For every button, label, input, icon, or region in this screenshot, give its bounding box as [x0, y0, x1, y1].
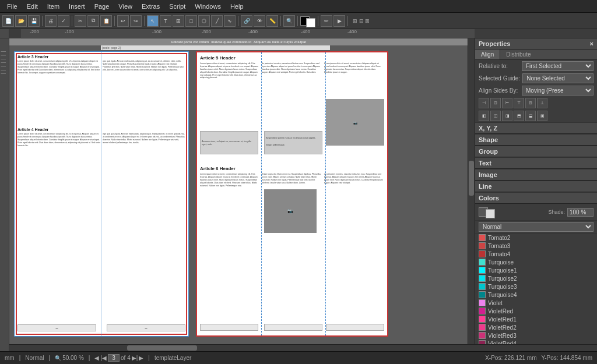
shade-input[interactable] [567, 208, 594, 217]
zoom-btn[interactable]: 🔍 [283, 15, 295, 27]
preview-btn[interactable]: ▶ [333, 15, 345, 27]
new-btn[interactable]: 📄 [2, 15, 14, 27]
align-tabs: Align Distribute [475, 50, 597, 60]
align-top-btn[interactable]: ⊤ [514, 98, 524, 108]
article6-area: Article 6 Header Lorem ipsum dolor sit a… [200, 166, 384, 269]
xyz-header[interactable]: X, Y, Z [475, 123, 597, 134]
undo-btn[interactable]: ↩ [117, 15, 129, 27]
color-list-item[interactable]: Tomato3 [475, 242, 597, 250]
menu-edit[interactable]: Edit [22, 0, 43, 13]
page-nav: ◀ |◀ of 4 ▶| ▶ [94, 354, 143, 362]
text-header[interactable]: Text [475, 158, 597, 169]
line-header[interactable]: Line [475, 181, 597, 192]
print-btn[interactable]: 🖨 [45, 15, 57, 27]
scrollbar-thumb-vertical[interactable] [469, 161, 474, 196]
color-list-item[interactable]: VioletRed1 [475, 315, 597, 323]
menu-view[interactable]: View [114, 0, 137, 13]
cut-btn[interactable]: ✂ [75, 15, 86, 27]
color-swatch [479, 340, 486, 344]
color-list-item[interactable]: Turquoise2 [475, 274, 597, 282]
align-left-btn[interactable]: ⊣ [479, 98, 489, 108]
menu-windows[interactable]: Windows [190, 0, 226, 13]
image-btn[interactable]: ⊞ [173, 15, 184, 27]
redo-btn[interactable]: ↪ [130, 15, 142, 27]
align-btn-b[interactable]: ◫ [490, 111, 501, 121]
eye-btn[interactable]: 👁 [254, 15, 265, 27]
shape-btn[interactable]: □ [185, 15, 197, 27]
menu-help[interactable]: Help [226, 0, 248, 13]
color-list-item[interactable]: VioletRed3 [475, 331, 597, 340]
align-center-h-btn[interactable]: ⊡ [490, 98, 501, 108]
bg-color-btn[interactable] [486, 209, 495, 218]
relative-to-select[interactable]: First Selected [522, 61, 594, 71]
menu-item[interactable]: Item [43, 0, 64, 13]
bezier-btn[interactable]: ∿ [224, 15, 236, 27]
sep: | [19, 355, 21, 361]
menu-file[interactable]: File [2, 0, 22, 13]
align-btn-a[interactable]: ◧ [479, 111, 489, 121]
polygon-btn[interactable]: ⬡ [198, 15, 210, 27]
menu-script[interactable]: Script [164, 0, 190, 13]
color-list-item[interactable]: Turquoise1 [475, 266, 597, 274]
page-next-btn[interactable]: ▶ [139, 355, 143, 361]
align-btn-c[interactable]: ◨ [502, 111, 512, 121]
ruler-mark: -400 [347, 29, 357, 34]
horizontal-scrollbar[interactable] [9, 344, 597, 351]
align-sides-select[interactable]: Moving (Prese [522, 86, 594, 96]
page-first-btn[interactable]: |◀ [100, 355, 107, 361]
colors-header[interactable]: Colors [475, 193, 597, 204]
align-btn-e[interactable]: ⬓ [525, 111, 536, 121]
text-btn[interactable]: T [160, 15, 171, 27]
color-list-item[interactable]: Turquoise3 [475, 282, 597, 291]
measure-btn[interactable]: 📏 [266, 15, 278, 27]
color-name: Turquoise1 [488, 267, 517, 274]
paste-btn[interactable]: 📋 [100, 15, 112, 27]
color-list-item[interactable]: VioletRed4 [475, 340, 597, 344]
shape-header[interactable]: Shape [475, 135, 597, 146]
open-btn[interactable]: 📂 [15, 15, 27, 27]
image-header[interactable]: Image [475, 169, 597, 181]
align-right-btn[interactable]: ⊢ [502, 98, 512, 108]
menu-page[interactable]: Page [90, 0, 114, 13]
copy-btn[interactable]: ⧉ [87, 15, 99, 27]
color-mode-select[interactable]: Normal [479, 222, 594, 232]
save-btn[interactable]: 💾 [28, 15, 40, 27]
ruler-mark: -100 [65, 29, 74, 34]
edit-mode-btn[interactable]: ✏ [321, 15, 332, 27]
color-swatch [479, 283, 486, 290]
select-btn[interactable]: ↖ [147, 15, 159, 27]
menu-extras[interactable]: Extras [137, 0, 164, 13]
properties-close-btn[interactable]: × [590, 40, 594, 47]
align-btn-f[interactable]: ▣ [537, 111, 547, 121]
page-last-btn[interactable]: ▶| [132, 355, 138, 361]
color-list-item[interactable]: VioletRed2 [475, 323, 597, 331]
color-list-item[interactable]: Turquoise [475, 258, 597, 266]
color-list-item[interactable]: Turquoise4 [475, 291, 597, 299]
link-btn[interactable]: 🔗 [241, 15, 252, 27]
header-text: iudicant porro voc indum malvae quae com… [171, 40, 306, 44]
article5-col2: do parturient montes, nascetur rid iculu… [262, 62, 322, 132]
bg-color[interactable] [306, 18, 315, 27]
page-prev-btn[interactable]: ◀ [94, 355, 99, 361]
color-list-item[interactable]: Tomato4 [475, 250, 597, 258]
group-header[interactable]: Group [475, 146, 597, 157]
align-btn-d[interactable]: ⬒ [514, 111, 524, 121]
canvas-area[interactable]: iudicant porro voc indum malvae quae com… [9, 38, 468, 344]
color-list-item[interactable]: VioletRed [475, 307, 597, 315]
menu-insert[interactable]: Insert [64, 0, 90, 13]
align-center-v-btn[interactable]: ⊟ [525, 98, 536, 108]
tab-distribute[interactable]: Distribute [500, 50, 536, 59]
sep2: | [49, 355, 51, 361]
ruler-corner [0, 29, 9, 38]
page-number-input[interactable] [108, 354, 120, 362]
scrollbar-thumb-horizontal[interactable] [127, 345, 197, 351]
vertical-scrollbar[interactable] [468, 38, 475, 344]
line-btn[interactable]: ╱ [211, 15, 223, 27]
color-name: Turquoise4 [488, 292, 517, 298]
color-list-item[interactable]: Tomato2 [475, 234, 597, 242]
align-bottom-btn[interactable]: ⊥ [537, 98, 547, 108]
selected-guide-select[interactable]: None Selected [522, 73, 594, 83]
color-list-item[interactable]: Violet [475, 299, 597, 307]
tab-align[interactable]: Align [475, 50, 500, 59]
preflight-btn[interactable]: ✓ [58, 15, 69, 27]
